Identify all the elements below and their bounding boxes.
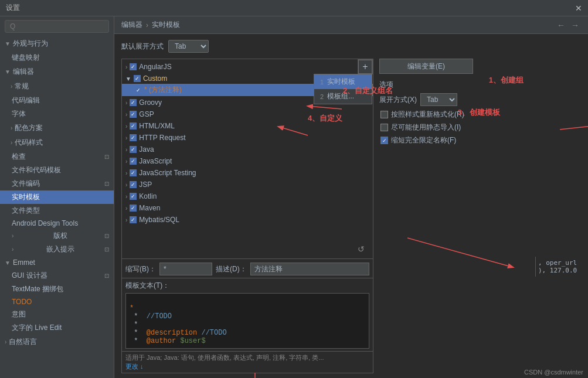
group-java[interactable]: › ✓ Java [122,144,373,155]
sidebar-item-textmate[interactable]: TextMate 捆绑包 [0,282,114,296]
checkbox-shorten-fqn-box[interactable]: ✓ [380,137,388,144]
change-link[interactable]: 更改 ↓ [125,363,144,370]
add-button[interactable]: + [358,60,372,74]
sidebar-item-file-templates[interactable]: 文件和代码模板 [0,164,114,177]
group-kotlin[interactable]: › ✓ Kotlin [122,191,373,202]
chevron-icon: › [11,139,12,146]
sidebar-item-todo[interactable]: TODO [0,296,114,308]
group-checkbox-mybatis[interactable]: ✓ [130,216,137,223]
group-label: Mybatis/SQL [139,216,179,224]
close-button[interactable]: ✕ [575,4,582,13]
group-checkbox-java[interactable]: ✓ [130,146,137,153]
code-annotation-author: @author [147,337,176,345]
sidebar-item-inlay-hints[interactable]: › 嵌入提示 ⊡ [0,243,114,256]
expand-icon: › [125,205,127,212]
group-checkbox-custom[interactable]: ✓ [134,75,141,82]
sidebar-item-keymap[interactable]: 键盘映射 [0,51,114,64]
sidebar-item-live-edit[interactable]: 文字的 Live Edit [0,321,114,335]
chevron-icon: › [12,233,13,239]
group-js-testing[interactable]: › ✓ JavaScript Testing [122,168,373,178]
menu-num-2: 2 [320,93,324,100]
sidebar-item-gui-designer[interactable]: GUI 设计器 ⊡ [0,269,114,282]
abbreviation-input[interactable] [159,263,212,275]
add-template-group-item[interactable]: 2 模板组... [314,89,372,104]
group-checkbox-gsp[interactable]: ✓ [130,111,137,118]
sidebar-item-editor[interactable]: ▼ 编辑器 [0,64,114,79]
sidebar-item-file-types[interactable]: 文件类型 [0,204,114,217]
sidebar-item-label: 代码样式 [15,138,43,148]
group-checkbox-maven[interactable]: ✓ [130,205,137,212]
sidebar-item-ideas[interactable]: 意图 [0,308,114,321]
group-checkbox-angularjs[interactable]: ✓ [130,63,137,70]
group-label: Kotlin [139,192,157,200]
group-checkbox-kotlin[interactable]: ✓ [130,193,137,200]
sidebar-item-emmet[interactable]: ▼ Emmet [0,256,114,269]
group-label: JavaScript Testing [139,169,196,177]
title-bar: 设置 ✕ [0,0,588,16]
add-live-template-item[interactable]: 1 实时模板 [314,74,372,89]
code-todo-2: //TODO [201,329,226,337]
template-group-javascript: › ✓ JavaScript [122,156,373,166]
checkbox-reformat[interactable]: 按照样式重新格式化(R) [379,110,581,120]
group-maven[interactable]: › ✓ Maven [122,203,373,213]
sidebar-item-android-design[interactable]: Android Design Tools [0,217,114,229]
sidebar-item-label: 文件和代码模板 [12,166,61,174]
sidebar-item-file-encoding[interactable]: 文件编码 ⊡ [0,177,114,190]
group-mybatis[interactable]: › ✓ Mybatis/SQL [122,214,373,225]
sidebar-item-label: 编辑器 [13,67,34,77]
sidebar-item-code-style[interactable]: › 代码样式 [0,135,114,150]
checkbox-shorten-fqn[interactable]: ✓ 缩短完全限定名称(F) [379,135,581,145]
checkbox-reformat-box[interactable] [380,111,388,118]
group-checkbox-js-testing[interactable]: ✓ [130,169,137,176]
group-checkbox-groovy[interactable]: ✓ [130,99,137,106]
group-html-xml[interactable]: › ✓ HTML/XML [122,121,373,131]
sidebar-item-natural-language[interactable]: › 自然语言 [0,335,114,349]
template-group-angularjs: › ✓ AngularJS [122,62,373,72]
edit-variables-button[interactable]: 编辑变量(E) [379,59,473,74]
group-jsp[interactable]: › ✓ JSP [122,179,373,190]
sidebar-item-label: 键盘映射 [12,53,40,62]
sidebar-item-code-editing[interactable]: 代码编辑 [0,94,114,107]
sidebar-item-live-templates[interactable]: 实时模板 [0,190,114,204]
group-checkbox-http[interactable]: ✓ [130,134,137,141]
template-group-http: › ✓ HTTP Request [122,132,373,143]
group-checkbox-html-xml[interactable]: ✓ [130,122,137,130]
group-checkbox-jsp[interactable]: ✓ [130,181,137,188]
group-angularjs[interactable]: › ✓ AngularJS [122,62,373,72]
group-label-custom: Custom [143,74,167,83]
sidebar-item-label: GUI 设计器 [12,271,47,281]
checkbox-static-import-box[interactable] [380,124,388,131]
template-code[interactable]: * * //TODO * * @description //TODO * @au… [125,293,369,349]
description-input[interactable] [250,263,369,275]
sidebar-item-general[interactable]: › 常规 [0,79,114,94]
checkbox-reformat-label: 按照样式重新格式化(R) [391,110,464,120]
sidebar-item-label: 外观与行为 [13,39,48,49]
template-toolbar: + 1 实时模板 2 模板组... [358,59,373,74]
back-button[interactable]: ← [555,21,567,30]
group-javascript[interactable]: › ✓ JavaScript [122,156,373,166]
undo-button[interactable]: ↺ [354,243,368,256]
sidebar-item-font[interactable]: 字体 [0,107,114,121]
sidebar-item-copyright[interactable]: › 版权 ⊡ [0,229,114,243]
group-gsp[interactable]: › ✓ GSP [122,109,373,120]
breadcrumb-nav: ← → [555,21,581,30]
applicable-row: 适用于 Java; Java: 语句, 使用者函数, 表达式, 声明, 注释, … [122,351,373,373]
sidebar-item-inspections[interactable]: 检查 ⊡ [0,150,114,164]
group-http[interactable]: › ✓ HTTP Request [122,132,373,143]
settings-icon: ⊡ [104,273,109,279]
expand-icon: › [125,111,127,118]
default-expand-dropdown[interactable]: Tab Enter Space [168,40,209,53]
search-input[interactable] [5,20,109,33]
sidebar-item-color-scheme[interactable]: › 配色方案 [0,121,114,135]
sidebar-item-appearance[interactable]: ▼ 外观与行为 [0,36,114,51]
menu-item-label: 模板组... [327,91,354,101]
checkbox-static-import[interactable]: 尽可能使用静态导入(I) [379,122,581,132]
chevron-icon: ▼ [5,40,11,47]
expand-icon: › [125,193,127,200]
group-checkbox-javascript[interactable]: ✓ [130,158,137,165]
code-annotation-desc: @description [147,329,197,337]
item-checkbox[interactable]: ✓ [135,87,142,94]
add-dropdown-menu: 1 实时模板 2 模板组... [314,74,372,104]
forward-button[interactable]: → [569,21,581,30]
expand-way-dropdown[interactable]: Tab Enter [420,93,457,106]
